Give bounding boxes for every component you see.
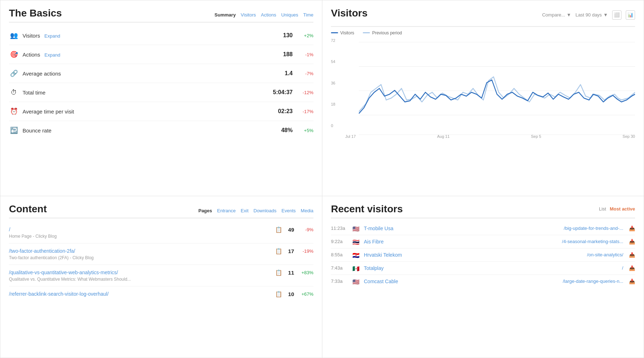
tab-most-active[interactable]: Most active: [610, 206, 635, 212]
content-header: Content Pages Entrance Exit Downloads Ev…: [9, 203, 313, 218]
tab-list[interactable]: List: [599, 206, 606, 212]
legend-visitors-label: Visitors: [340, 30, 354, 35]
visitor-path-4[interactable]: /large-date-range-queries-n...: [496, 279, 624, 284]
total-time-change: -12%: [298, 90, 313, 95]
tab-visitors[interactable]: Visitors: [241, 12, 256, 18]
bounce-value: 48%: [264, 127, 293, 134]
content-count-2fa: 17: [288, 248, 294, 254]
visitor-action-icon-2: 📥: [629, 252, 635, 258]
chart-controls-row: Compare... ▼ Last 90 days ▼ ⬜ 📊: [542, 10, 635, 20]
recent-visitors-header: Recent visitors List Most active: [331, 203, 635, 218]
content-link-2fa[interactable]: /two-factor-authentication-2fa/: [9, 248, 275, 254]
basics-row-bounce: ↩️ Bounce rate 48% +5%: [9, 121, 313, 140]
visitors-expand[interactable]: Expand: [44, 33, 60, 39]
content-row-2fa: /two-factor-authentication-2fa/ 📋 17 -19…: [9, 243, 313, 265]
avg-actions-value: 1.4: [264, 70, 293, 77]
basics-row-total-time: ⏱ Total time 5:04:37 -12%: [9, 83, 313, 102]
visitor-action-icon-4: 📥: [629, 279, 635, 284]
visitor-path-2[interactable]: /on-site-analytics/: [496, 252, 624, 257]
avg-actions-label: Average actions: [23, 71, 264, 77]
actions-value: 188: [264, 51, 293, 58]
content-row-qualitative: /qualitative-vs-quantitative-web-analyti…: [9, 265, 313, 286]
visitor-action-icon-3: 📥: [629, 265, 635, 271]
avg-actions-change: -7%: [298, 71, 313, 76]
content-row-main-home: / 📋 49 -9%: [9, 226, 313, 233]
chart-area: 72 54 36 18 0 Jul 17 Aug 11: [331, 38, 635, 139]
visitors-value: 130: [264, 32, 293, 39]
tab-actions[interactable]: Actions: [261, 12, 276, 18]
tab-media[interactable]: Media: [301, 208, 313, 213]
visitor-path-3[interactable]: /: [496, 265, 624, 271]
visitor-flag-2: 🇭🇷: [352, 252, 360, 258]
actions-expand[interactable]: Expand: [44, 52, 60, 58]
visitor-time-1: 9:22a: [331, 239, 349, 244]
visitor-path-0[interactable]: /big-update-for-trends-and-...: [496, 226, 624, 231]
days-chevron-icon: ▼: [603, 12, 608, 18]
total-time-value: 5:04:37: [264, 89, 293, 96]
visitor-path-1[interactable]: /4-seasonal-marketing-stats...: [496, 239, 624, 244]
basics-row-visitors: 👥 Visitors Expand 130 +2%: [9, 26, 313, 45]
content-row-main-qualitative: /qualitative-vs-quantitative-web-analyti…: [9, 269, 313, 276]
tab-downloads[interactable]: Downloads: [254, 208, 277, 213]
basics-row-avg-time: ⏰ Average time per visit 02:23 -17%: [9, 102, 313, 121]
actions-change: -1%: [298, 52, 313, 57]
days-label: Last 90 days: [575, 12, 602, 18]
compare-chevron-icon: ▼: [567, 12, 571, 18]
y-label-36: 36: [331, 81, 335, 85]
tab-uniques[interactable]: Uniques: [281, 12, 298, 18]
visitors-icon: 👥: [9, 30, 19, 40]
export-button[interactable]: ⬜: [612, 10, 621, 20]
visitors-header: Visitors Compare... ▼ Last 90 days ▼ ⬜ 📊: [331, 8, 635, 27]
content-subtitle-home: Home Page - Clicky Blog: [9, 234, 313, 239]
visitor-time-3: 7:43a: [331, 265, 349, 271]
visitor-flag-0: 🇺🇸: [352, 226, 360, 231]
days-button[interactable]: Last 90 days ▼: [575, 12, 608, 18]
y-label-18: 18: [331, 102, 335, 106]
avg-time-icon: ⏰: [9, 106, 19, 116]
content-link-referrer[interactable]: /referrer-backlink-search-visitor-log-ov…: [9, 291, 275, 297]
tab-pages[interactable]: Pages: [198, 208, 212, 213]
content-subtitle-qualitative: Qualitative vs. Quantitative Metrics: Wh…: [9, 277, 313, 282]
tab-entrance[interactable]: Entrance: [217, 208, 236, 213]
visitors-line: [359, 80, 635, 113]
basics-header: The Basics Summary Visitors Actions Uniq…: [9, 8, 313, 23]
tab-time[interactable]: Time: [303, 12, 313, 18]
compare-button[interactable]: Compare... ▼: [542, 12, 571, 18]
avg-time-change: -17%: [298, 109, 313, 114]
legend-previous-label: Previous period: [372, 30, 402, 35]
visitor-name-1[interactable]: Ais Fibre: [364, 239, 492, 245]
y-label-0: 0: [331, 124, 335, 128]
legend-previous-line: [363, 32, 370, 33]
tab-summary[interactable]: Summary: [215, 12, 236, 18]
visitors-title: Visitors: [331, 8, 367, 19]
visitor-name-0[interactable]: T-mobile Usa: [364, 226, 492, 231]
bar-chart-button[interactable]: 📊: [626, 10, 635, 20]
visitor-name-2[interactable]: Hrvatski Telekom: [364, 252, 492, 258]
tab-exit[interactable]: Exit: [241, 208, 249, 213]
content-count-qualitative: 11: [288, 270, 294, 276]
bounce-label: Bounce rate: [23, 127, 264, 134]
tab-events[interactable]: Events: [282, 208, 296, 213]
content-row-home: / 📋 49 -9% Home Page - Clicky Blog: [9, 222, 313, 243]
visitor-flag-4: 🇺🇸: [352, 279, 360, 284]
visitor-row-4: 7:33a 🇺🇸 Comcast Cable /large-date-range…: [331, 275, 635, 288]
visitor-time-2: 8:55a: [331, 252, 349, 257]
basics-title: The Basics: [9, 8, 62, 19]
basics-panel: The Basics Summary Visitors Actions Uniq…: [0, 0, 322, 196]
page-icon-2fa: 📋: [275, 248, 282, 255]
content-link-home[interactable]: /: [9, 227, 275, 232]
chart-legend: Visitors Previous period: [331, 30, 635, 35]
visitor-name-3[interactable]: Totalplay: [364, 265, 492, 271]
visitor-time-0: 11:23a: [331, 226, 349, 231]
recent-visitors-tabs: List Most active: [599, 206, 635, 212]
visitor-time-4: 7:33a: [331, 279, 349, 284]
bounce-icon: ↩️: [9, 125, 19, 135]
visitors-change: +2%: [298, 33, 313, 38]
visitor-name-4[interactable]: Comcast Cable: [364, 279, 492, 284]
x-label-jul17: Jul 17: [345, 134, 356, 139]
content-link-qualitative[interactable]: /qualitative-vs-quantitative-web-analyti…: [9, 270, 275, 275]
x-label-aug11: Aug 11: [437, 134, 450, 139]
avg-time-label: Average time per visit: [23, 108, 264, 115]
content-count-home: 49: [288, 227, 294, 233]
content-row-referrer: /referrer-backlink-search-visitor-log-ov…: [9, 286, 313, 302]
